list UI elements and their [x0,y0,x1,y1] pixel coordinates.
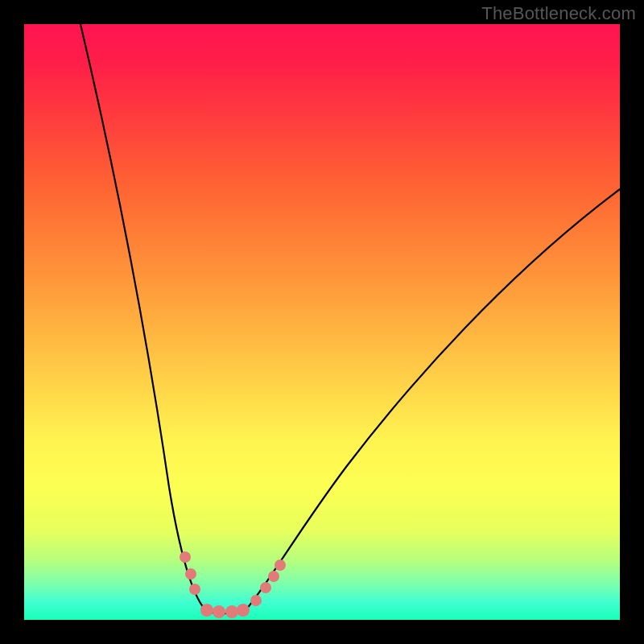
marker-dot [185,568,196,580]
marker-dot [189,584,200,595]
curve-left [80,24,208,612]
marker-dot [275,559,286,571]
curve-right [246,189,620,610]
watermark-text: TheBottleneck.com [481,3,636,24]
marker-dot [237,604,250,617]
chart-frame: TheBottleneck.com [0,0,644,644]
marker-dot [268,571,279,582]
marker-dot [250,595,262,606]
marker-dot [200,604,213,617]
curve-layer [24,24,620,620]
marker-group [180,551,286,618]
marker-dot [213,605,225,618]
marker-dot [260,582,271,593]
marker-dot [180,551,191,563]
plot-area [24,24,620,620]
marker-dot [225,605,238,618]
